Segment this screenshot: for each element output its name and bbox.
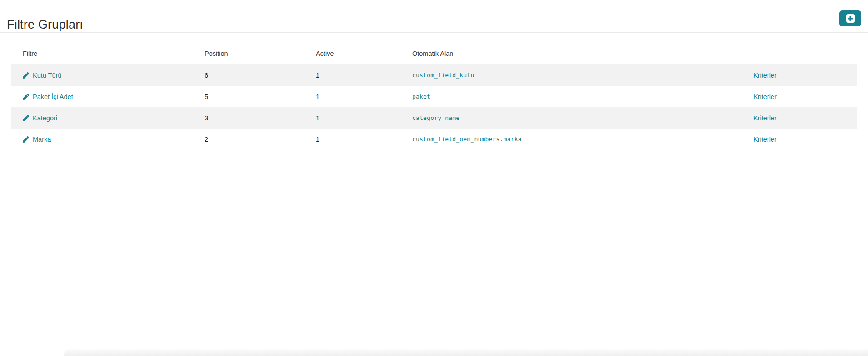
position-cell: 2: [205, 136, 316, 143]
filtre-cell: Kategori: [11, 114, 205, 122]
action-cell: Kriterler: [753, 72, 857, 79]
table-row: Kutu Türü 6 1 custom_field_kutu Kriterle…: [11, 64, 857, 86]
filtre-cell: Marka: [11, 136, 205, 143]
table-row: Paket İçi Adet 5 1 paket Kriterler: [11, 86, 857, 107]
filtre-cell: Kutu Türü: [11, 72, 205, 79]
kriterler-link[interactable]: Kriterler: [753, 93, 777, 100]
table-row: Kategori 3 1 category_name Kriterler: [11, 107, 857, 129]
filter-group-name: Kutu Türü: [33, 72, 61, 79]
otomatik-alan-cell: custom_field_oem_numbers.marka: [412, 136, 753, 143]
plus-square-icon: [846, 14, 855, 23]
filter-groups-table: Filtre Position Active Otomatik Alan Kut…: [11, 43, 857, 150]
table-body: Kutu Türü 6 1 custom_field_kutu Kriterle…: [11, 64, 857, 150]
action-cell: Kriterler: [753, 93, 857, 100]
kriterler-link[interactable]: Kriterler: [753, 136, 777, 143]
table-header-row: Filtre Position Active Otomatik Alan: [11, 43, 857, 64]
column-header-active: Active: [316, 50, 412, 57]
add-filter-group-button[interactable]: [839, 10, 861, 26]
filter-group-edit-link[interactable]: Marka: [23, 136, 51, 143]
column-header-otomatik-alan: Otomatik Alan: [412, 50, 753, 57]
filter-group-name: Paket İçi Adet: [33, 93, 73, 100]
pencil-icon: [23, 94, 29, 100]
pencil-icon: [23, 72, 29, 79]
kriterler-link[interactable]: Kriterler: [753, 114, 777, 122]
action-cell: Kriterler: [753, 114, 857, 122]
page-header: Filtre Grupları: [0, 0, 868, 33]
table-row: Marka 2 1 custom_field_oem_numbers.marka…: [11, 129, 857, 150]
position-cell: 3: [205, 114, 316, 122]
filter-group-edit-link[interactable]: Kutu Türü: [23, 72, 61, 79]
position-cell: 5: [205, 93, 316, 100]
pencil-icon: [23, 136, 29, 143]
filter-group-edit-link[interactable]: Paket İçi Adet: [23, 93, 73, 100]
active-cell: 1: [316, 93, 412, 100]
kriterler-link[interactable]: Kriterler: [753, 72, 777, 79]
position-cell: 6: [205, 72, 316, 79]
active-cell: 1: [316, 136, 412, 143]
otomatik-alan-cell: paket: [412, 93, 753, 100]
active-cell: 1: [316, 72, 412, 79]
column-header-position: Position: [205, 50, 316, 57]
filtre-cell: Paket İçi Adet: [11, 93, 205, 100]
filter-group-name: Marka: [33, 136, 51, 143]
page-title: Filtre Grupları: [7, 18, 83, 32]
action-cell: Kriterler: [753, 136, 857, 143]
bottom-panel-edge: [64, 349, 868, 356]
otomatik-alan-cell: category_name: [412, 114, 753, 121]
otomatik-alan-cell: custom_field_kutu: [412, 72, 753, 79]
filter-group-edit-link[interactable]: Kategori: [23, 114, 57, 122]
filter-group-name: Kategori: [33, 114, 57, 122]
active-cell: 1: [316, 114, 412, 122]
column-header-filtre: Filtre: [11, 50, 205, 57]
pencil-icon: [23, 115, 29, 121]
